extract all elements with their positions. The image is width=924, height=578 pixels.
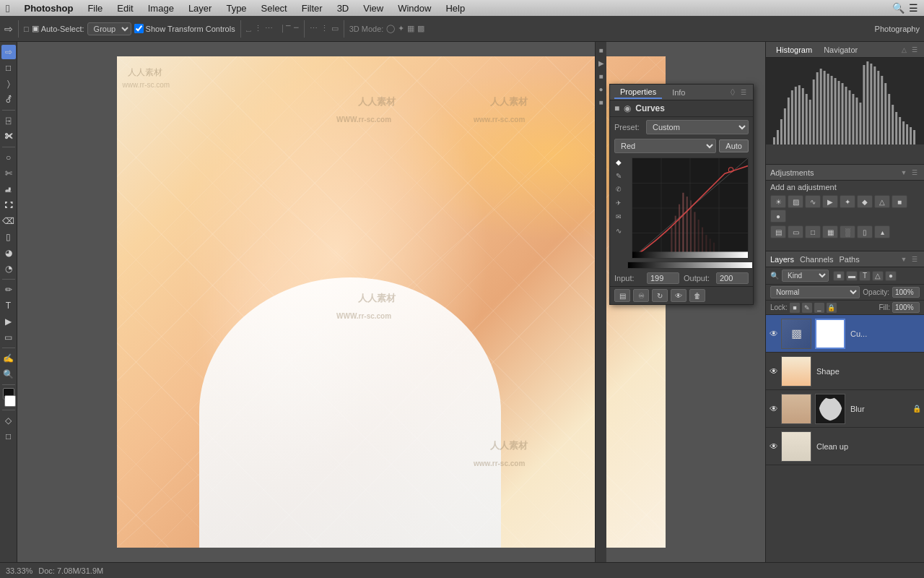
search-icon[interactable]: 🔍 <box>892 2 905 14</box>
side-icon-5[interactable]: ■ <box>596 97 606 107</box>
adj-bw-icon[interactable]: ■ <box>892 195 907 208</box>
side-icon-3[interactable]: ■ <box>596 71 606 81</box>
move-tool-icon[interactable]: ⇨ <box>4 23 13 35</box>
3d-icon-1[interactable]: ◯ <box>386 24 395 33</box>
channels-tab[interactable]: Channels <box>800 255 833 264</box>
align-icon-1[interactable]: ⎵ <box>246 25 251 33</box>
menu-window[interactable]: Window <box>392 3 437 14</box>
move-tool[interactable]: ⇨ <box>1 45 16 59</box>
adj-threshold-icon[interactable]: ░ <box>840 225 855 238</box>
menu-select[interactable]: Select <box>256 3 293 14</box>
layer-item-shape[interactable]: 👁 Shape <box>766 353 924 390</box>
curves-eyedropper-black[interactable]: ✆ <box>613 184 624 195</box>
history-brush-tool[interactable]: ⛚ <box>1 198 16 212</box>
eyedropper-tool[interactable]: ✀ <box>1 129 16 144</box>
menu-edit[interactable]: Edit <box>111 3 139 14</box>
3d-icon-2[interactable]: ✦ <box>398 24 404 33</box>
curves-eyedropper-gray[interactable]: ✈ <box>613 197 624 209</box>
menu-view[interactable]: View <box>357 3 389 14</box>
panel-btn-eye[interactable]: 👁 <box>671 289 687 302</box>
menu-help[interactable]: Help <box>440 3 471 14</box>
healing-brush-tool[interactable]: ○ <box>1 150 16 165</box>
adj-curves-icon[interactable]: ∿ <box>805 195 821 208</box>
layers-tab[interactable]: Layers <box>770 255 794 264</box>
curves-mask-icon[interactable]: ■ <box>614 103 619 113</box>
layer-eye-curves[interactable]: 👁 <box>769 329 779 339</box>
align-icon-3[interactable]: ⋯ <box>265 24 273 33</box>
pen-tool[interactable]: ✏ <box>1 282 16 297</box>
adj-gradient-icon[interactable]: ▯ <box>857 225 873 238</box>
distribute-icon-1[interactable]: ⋯ <box>310 24 318 33</box>
menu-file[interactable]: File <box>82 3 108 14</box>
layers-expand-icon[interactable]: ▼ <box>899 254 909 264</box>
adj-expand-icon[interactable]: ▼ <box>899 168 909 178</box>
adj-hsl-icon[interactable]: ◆ <box>857 195 873 208</box>
panel-expand-icon[interactable]: 〈〉 <box>728 87 738 98</box>
adj-posterize-icon[interactable]: ▦ <box>822 225 838 238</box>
brush-tool[interactable]: ✄ <box>1 166 16 181</box>
side-icon-1[interactable]: ■ <box>596 45 606 55</box>
adj-menu-icon[interactable]: ☰ <box>910 168 920 178</box>
align-icon-2[interactable]: ⋮ <box>254 24 262 33</box>
histogram-tab[interactable]: Histogram <box>770 46 818 54</box>
kind-dropdown[interactable]: Kind <box>782 269 829 282</box>
auto-button[interactable]: Auto <box>719 139 749 152</box>
lasso-tool[interactable]: 〉 <box>1 77 16 91</box>
gradient-tool[interactable]: ▯ <box>1 230 16 244</box>
auto-select-checkbox[interactable]: ▣ <box>32 24 39 33</box>
curves-pen-tool[interactable]: ✎ <box>613 170 624 181</box>
layer-eye-cleanup[interactable]: 👁 <box>769 441 779 452</box>
adj-photofilter-icon[interactable]: ● <box>770 210 786 223</box>
preset-dropdown[interactable]: Custom Default Strong Contrast Linear Co… <box>646 120 749 134</box>
layer-item-curves[interactable]: 👁 ▩ Cu... <box>766 315 924 353</box>
panel-btn-grid[interactable]: ▤ <box>614 289 630 302</box>
layer-eye-blur[interactable]: 👁 <box>769 404 779 414</box>
histogram-warning-icon[interactable]: △ <box>899 45 909 55</box>
menu-layer[interactable]: Layer <box>183 3 218 14</box>
crop-tool[interactable]: ⍈ <box>1 113 16 128</box>
marquee-tool[interactable]: □ <box>1 61 16 75</box>
curves-graph[interactable] <box>632 158 749 259</box>
menu-3d[interactable]: 3D <box>331 3 355 14</box>
lock-transparent-icon[interactable]: ■ <box>790 303 800 313</box>
blur-tool[interactable]: ◕ <box>1 246 16 260</box>
filter-smart-icon[interactable]: ● <box>885 271 897 281</box>
menu-filter[interactable]: Filter <box>296 3 328 14</box>
panel-btn-reset[interactable]: ↻ <box>652 289 668 302</box>
hand-tool[interactable]: ✍ <box>1 351 16 366</box>
adj-channelmixer-icon[interactable]: ▤ <box>770 225 786 238</box>
properties-tab[interactable]: Properties <box>614 86 662 99</box>
shape-tool[interactable]: ▭ <box>1 330 16 345</box>
curves-eyedropper-white[interactable]: ✉ <box>613 211 624 223</box>
adj-brightness-icon[interactable]: ☀ <box>770 195 786 208</box>
lock-all-icon[interactable]: 🔒 <box>827 303 837 313</box>
filter-pixel-icon[interactable]: ■ <box>833 271 845 281</box>
3d-icon-3[interactable]: ▦ <box>407 24 414 33</box>
quick-mask-tool[interactable]: ◇ <box>1 413 16 428</box>
layers-menu-icon[interactable]: ☰ <box>910 254 920 264</box>
layer-eye-shape[interactable]: 👁 <box>769 366 779 376</box>
adj-invert-icon[interactable]: □ <box>805 225 821 238</box>
lock-image-icon[interactable]: ✎ <box>802 303 812 313</box>
dodge-tool[interactable]: ◔ <box>1 262 16 276</box>
filter-adjust-icon[interactable]: ▬ <box>846 271 858 281</box>
lock-position-icon[interactable]: ⎯ <box>814 303 824 313</box>
paths-tab[interactable]: Paths <box>840 255 860 264</box>
input-value[interactable] <box>647 272 679 284</box>
side-icon-4[interactable]: ● <box>596 84 606 94</box>
auto-select-dropdown[interactable]: Group Layer <box>87 22 131 35</box>
align-icon-6[interactable]: ⎻ <box>294 25 299 33</box>
filter-type-icon[interactable]: T <box>859 271 871 281</box>
panel-menu-icon[interactable]: ☰ <box>738 87 749 98</box>
menu-type[interactable]: Type <box>220 3 252 14</box>
menu-options-icon[interactable]: ☰ <box>909 2 918 14</box>
menu-photoshop[interactable]: Photoshop <box>18 3 79 14</box>
text-tool[interactable]: T <box>1 298 16 313</box>
3d-icon-4[interactable]: ▩ <box>417 24 424 33</box>
align-icon-4[interactable]: ⎹ <box>276 24 283 33</box>
panel-btn-delete[interactable]: 🗑 <box>689 289 705 302</box>
distribute-icon-2[interactable]: ⋮ <box>321 24 328 33</box>
magic-wand-tool[interactable]: ⚦ <box>1 92 16 107</box>
output-value[interactable] <box>716 272 749 284</box>
navigator-tab[interactable]: Navigator <box>818 46 863 54</box>
